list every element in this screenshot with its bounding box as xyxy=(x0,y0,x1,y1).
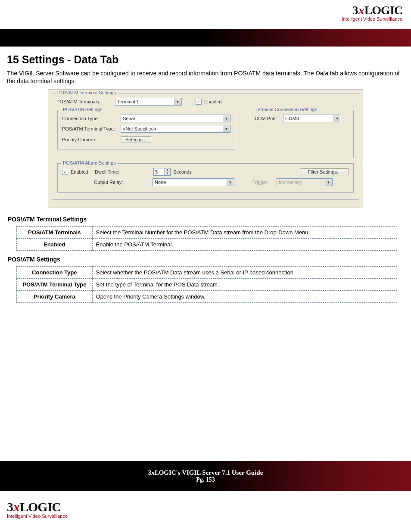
group-alarm-settings: POS/ATM Alarm Settings ✓ Enabled Dwell T… xyxy=(57,163,354,193)
chevron-down-icon: ▼ xyxy=(174,98,181,105)
table-pos-settings: Connection Type Select whether the POS/A… xyxy=(16,266,397,303)
logo-tagline: Intelligent Video Surveillance xyxy=(342,16,402,22)
chevron-down-icon: ▼ xyxy=(333,115,340,122)
enabled-label: Enabled xyxy=(204,99,221,104)
logo-suffix: LOGIC xyxy=(364,3,402,17)
spinner-down-icon[interactable]: ▼ xyxy=(164,172,170,175)
section-title-settings: POS/ATM Settings xyxy=(8,256,404,263)
brand-logo-top: 3xLOGIC Intelligent Video Surveillance xyxy=(342,3,402,22)
chevron-down-icon: ▼ xyxy=(223,125,230,132)
group-pos-settings: POS/ATM Settings Connection Type: Serial… xyxy=(57,110,235,149)
connection-type-label: Connection Type: xyxy=(62,116,118,121)
chevron-down-icon: ▼ xyxy=(223,115,230,122)
filter-settings-button[interactable]: Filter Settings... xyxy=(300,168,349,175)
table-row: Enabled Enable the POS/ATM Terminal. xyxy=(17,239,397,251)
settings-dialog-screenshot: POS/ATM Terminal Settings POS/ATM Termin… xyxy=(48,89,363,208)
output-relay-dropdown[interactable]: None ▼ xyxy=(153,178,234,186)
brand-logo-bottom: 3xLOGIC Intelligent Video Surveillance xyxy=(7,500,68,519)
terminals-label: POS/ATM Terminals: xyxy=(56,99,112,104)
seconds-label: Seconds xyxy=(173,169,192,174)
logo-prefix: 3 xyxy=(352,3,358,17)
table-terminal-settings: POS/ATM Terminals Select the Terminal Nu… xyxy=(16,226,397,251)
table-row: POS/ATM Terminals Select the Terminal Nu… xyxy=(17,227,397,239)
connection-type-dropdown[interactable]: Serial ▼ xyxy=(121,115,230,122)
priority-camera-settings-button[interactable]: Settings... xyxy=(121,136,151,143)
com-port-label: COM Port: xyxy=(255,116,280,121)
spinner-up-icon[interactable]: ▲ xyxy=(164,168,170,172)
table-row: Priority Camera Opens the Priority Camer… xyxy=(17,291,397,303)
group-connection-settings: Terminal Connection Settings COM Port: C… xyxy=(250,110,354,158)
chevron-down-icon: ▼ xyxy=(227,179,234,186)
page-title: 15 Settings - Data Tab xyxy=(7,53,404,66)
trigger-label: Trigger: xyxy=(252,180,274,185)
alarm-enabled-checkbox[interactable]: ✓ xyxy=(62,169,68,175)
footer-title: 3xLOGIC's VIGIL Server 7.1 User Guide xyxy=(0,469,411,476)
table-row: Connection Type Select whether the POS/A… xyxy=(17,267,397,279)
chevron-down-icon: ▼ xyxy=(325,179,332,186)
group-terminal-settings: POS/ATM Terminal Settings POS/ATM Termin… xyxy=(52,93,359,200)
header-bar xyxy=(0,29,411,47)
com-port-dropdown[interactable]: COM3 ▼ xyxy=(283,115,341,122)
footer-page: Pg. 153 xyxy=(0,476,411,483)
terminal-type-dropdown[interactable]: <Not Specified> ▼ xyxy=(121,125,230,133)
output-relay-label: Output Relay: xyxy=(94,180,150,185)
footer-bar: 3xLOGIC's VIGIL Server 7.1 User Guide Pg… xyxy=(0,461,411,491)
alarm-enabled-label: Enabled xyxy=(71,169,92,174)
trigger-dropdown: Momentary ▼ xyxy=(277,178,333,186)
dwell-time-label: Dwell Time: xyxy=(95,169,151,174)
terminals-dropdown[interactable]: Terminal 1 ▼ xyxy=(115,98,182,106)
section-title-terminal: POS/ATM Terminal Settings xyxy=(8,216,404,223)
logo-x: x xyxy=(358,3,364,17)
table-row: POS/ATM Terminal Type Set the type of Te… xyxy=(17,279,397,291)
dwell-time-spinner[interactable]: 5 ▲▼ xyxy=(153,168,171,176)
terminal-type-label: POS/ATM Terminal Type: xyxy=(62,126,118,131)
priority-camera-label: Priority Camera: xyxy=(62,137,118,142)
enabled-checkbox[interactable]: ✓ xyxy=(196,99,202,105)
intro-paragraph: The VIGIL Server Software can be configu… xyxy=(7,69,404,85)
